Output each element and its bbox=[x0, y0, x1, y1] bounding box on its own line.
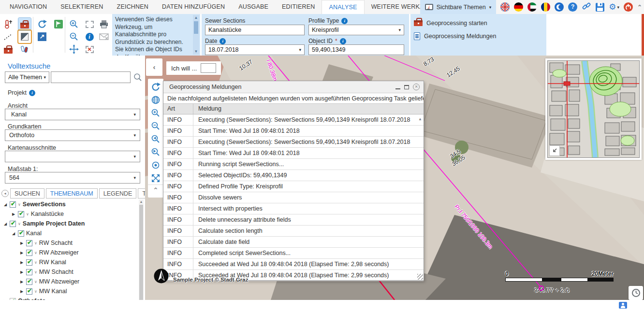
pan-button[interactable] bbox=[68, 43, 80, 56]
layer-checkbox[interactable] bbox=[10, 201, 16, 208]
clear-selection-button[interactable]: ✕ bbox=[83, 43, 96, 56]
fullscreen-button[interactable] bbox=[149, 171, 162, 184]
tree-item-rw-schacht[interactable]: ▶∨RW Schacht bbox=[0, 238, 138, 248]
tree-item-sewersections[interactable]: ◢∨SewerSections bbox=[0, 199, 138, 209]
layer-label[interactable]: Kanal bbox=[26, 230, 42, 237]
uae-flag-icon[interactable] bbox=[527, 2, 537, 12]
collapse-node-icon[interactable]: ◢ bbox=[3, 222, 8, 226]
identify-button[interactable]: i bbox=[83, 30, 96, 43]
i-want-to-widget[interactable]: Ich will ... bbox=[166, 61, 221, 75]
object-id-input[interactable] bbox=[308, 44, 404, 55]
menu-item-navigation[interactable]: NAVIGATION bbox=[3, 0, 54, 14]
swipe-layers-button[interactable] bbox=[18, 30, 31, 43]
footprints-tool-button[interactable] bbox=[18, 43, 31, 56]
layer-checkbox[interactable] bbox=[10, 221, 16, 227]
layer-checkbox[interactable] bbox=[26, 269, 32, 275]
collapse-node-icon[interactable]: ◢ bbox=[3, 202, 8, 207]
layer-checkbox[interactable] bbox=[26, 240, 32, 246]
collapse-ribbon-icon[interactable]: ⌃ bbox=[637, 4, 642, 11]
layer-checkbox[interactable] bbox=[18, 230, 24, 237]
tree-item-rw-abzweiger[interactable]: ▶∨RW Abzweiger bbox=[0, 248, 138, 257]
tab-suchen[interactable]: SUCHEN bbox=[10, 188, 44, 199]
tree-item-rw-kanal[interactable]: ▶∨RW Kanal bbox=[0, 257, 138, 267]
scale-select[interactable]: 564▾ bbox=[5, 172, 140, 184]
link-icon[interactable] bbox=[582, 2, 591, 13]
resize-handle[interactable] bbox=[417, 274, 423, 280]
send-mail-button[interactable] bbox=[98, 30, 110, 43]
layer-checkbox[interactable] bbox=[26, 279, 32, 285]
expand-node-icon[interactable]: ▶ bbox=[19, 280, 24, 284]
close-icon[interactable]: ✕ bbox=[413, 84, 420, 90]
sewer-sections-tool-button[interactable] bbox=[18, 18, 31, 30]
overview-map[interactable] bbox=[545, 58, 642, 160]
romania-flag-icon[interactable] bbox=[541, 2, 550, 12]
expand-node-icon[interactable]: ▶ bbox=[19, 251, 24, 255]
layer-options-caret-icon[interactable]: ∨ bbox=[34, 289, 37, 294]
layer-label[interactable]: MW Abzweiger bbox=[39, 278, 79, 285]
zoom-out-button[interactable] bbox=[68, 30, 80, 43]
power-icon[interactable] bbox=[624, 2, 633, 12]
tree-item-mw-schacht[interactable]: ▶∨MW Schacht bbox=[0, 267, 138, 277]
i-want-to-input[interactable] bbox=[201, 63, 216, 73]
print-button[interactable] bbox=[98, 18, 110, 30]
help-icon[interactable]: ? bbox=[568, 2, 577, 12]
zoom-in-map-button[interactable] bbox=[149, 106, 162, 119]
tabs-scroll-left-icon[interactable]: ◂ bbox=[1, 190, 9, 197]
info-icon[interactable]: i bbox=[220, 38, 226, 44]
dialog-title-bar[interactable]: Geoprocessing Meldungen ✕ bbox=[163, 81, 424, 93]
layer-checkbox[interactable] bbox=[26, 259, 32, 266]
uk-flag-icon[interactable] bbox=[500, 2, 510, 12]
layer-checkbox[interactable] bbox=[26, 250, 32, 256]
sidebar-collapse-button[interactable]: ‹ bbox=[146, 58, 162, 76]
expand-node-icon[interactable]: ▶ bbox=[19, 270, 24, 274]
layer-options-caret-icon[interactable]: ∨ bbox=[34, 251, 37, 255]
tooltip-scrollbar[interactable]: ▲ ▼ bbox=[193, 15, 199, 55]
menu-item-zeichnen[interactable]: ZEICHNEN bbox=[110, 0, 156, 14]
previous-extent-button[interactable] bbox=[149, 132, 162, 145]
view-select[interactable]: Kanal▾ bbox=[5, 109, 140, 120]
tree-item-kanalst-cke[interactable]: ▶∨Kanalstücke bbox=[0, 209, 138, 219]
search-icon[interactable] bbox=[133, 73, 142, 84]
menu-item-daten-hinzuf-gen[interactable]: DATEN HINZUFÜGEN bbox=[155, 0, 232, 14]
scroll-up-icon[interactable]: ▲ bbox=[193, 15, 199, 21]
layer-options-caret-icon[interactable]: ∨ bbox=[34, 270, 37, 274]
menu-item-analyse[interactable]: ANALYSE bbox=[322, 0, 364, 14]
menu-item-ausgabe[interactable]: AUSGABE bbox=[232, 0, 275, 14]
overview-collapse-icon[interactable] bbox=[549, 145, 560, 156]
map-viewport[interactable]: 10,37I 80.38m8,7312,4534,536,05Pr.I 750/… bbox=[145, 56, 644, 300]
layer-options-caret-icon[interactable]: ∨ bbox=[34, 280, 37, 284]
scroll-down-icon[interactable]: ▼ bbox=[193, 49, 199, 55]
info-icon[interactable]: i bbox=[341, 18, 348, 24]
toolbox-button[interactable] bbox=[2, 43, 15, 56]
crescent-flag-icon[interactable] bbox=[555, 2, 564, 12]
menu-item-selektieren[interactable]: SELEKTIEREN bbox=[54, 0, 110, 14]
save-icon[interactable] bbox=[596, 3, 604, 12]
expand-node-icon[interactable]: ▶ bbox=[19, 241, 24, 245]
tree-item-sample-project-daten[interactable]: ◢∨Sample Project Daten bbox=[0, 219, 138, 228]
expand-node-icon[interactable]: ▶ bbox=[11, 212, 16, 216]
geoprocessing-messages-button[interactable]: Geoprocessing Meldungen bbox=[414, 32, 496, 40]
layer-options-caret-icon[interactable]: ∨ bbox=[34, 241, 37, 245]
tree-scrollbar[interactable]: ▲ ▼ bbox=[139, 199, 144, 307]
redo-tool-button[interactable] bbox=[36, 18, 48, 30]
date-select[interactable]: 18.07.2018▾ bbox=[205, 44, 305, 55]
layer-label[interactable]: Sample Project Daten bbox=[23, 220, 85, 227]
basemap-select[interactable]: Orthofoto▾ bbox=[5, 129, 140, 141]
layer-options-caret-icon[interactable]: ∨ bbox=[18, 222, 21, 226]
layer-options-caret-icon[interactable]: ∨ bbox=[34, 260, 37, 265]
fulltext-search-input[interactable] bbox=[51, 71, 131, 83]
info-icon[interactable]: i bbox=[340, 38, 346, 44]
sketch-line-tool-button[interactable] bbox=[2, 30, 15, 43]
layer-label[interactable]: MW Kanal bbox=[39, 288, 67, 295]
zoom-out-map-button[interactable] bbox=[149, 119, 162, 132]
tree-item-mw-kanal[interactable]: ▶∨MW Kanal bbox=[0, 286, 138, 296]
germany-flag-icon[interactable] bbox=[514, 2, 523, 12]
refresh-map-button[interactable] bbox=[149, 80, 162, 93]
profile-tool-button[interactable] bbox=[2, 18, 15, 30]
visible-themes-button[interactable]: i Sichtbare Themen ▾ bbox=[420, 0, 496, 14]
minimize-icon[interactable] bbox=[395, 85, 400, 89]
select-rectangle-button[interactable] bbox=[83, 18, 96, 30]
zoom-in-button[interactable] bbox=[68, 18, 80, 30]
expand-node-icon[interactable]: ▶ bbox=[19, 289, 24, 294]
layer-options-caret-icon[interactable]: ∨ bbox=[18, 202, 21, 207]
